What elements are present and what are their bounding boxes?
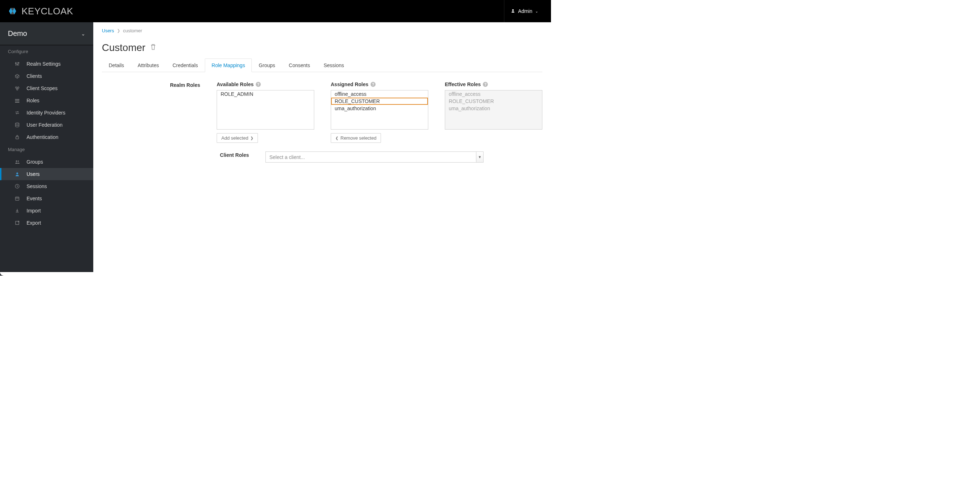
- sidebar-item-user-federation[interactable]: User Federation: [0, 119, 93, 131]
- tab-role-mappings[interactable]: Role Mappings: [205, 59, 252, 72]
- identity-providers-icon: [14, 110, 20, 115]
- tab-sessions[interactable]: Sessions: [317, 59, 351, 72]
- svg-point-4: [16, 63, 16, 64]
- add-selected-button[interactable]: Add selected❯: [217, 133, 258, 143]
- svg-point-16: [18, 161, 19, 161]
- sidebar-item-label: Events: [27, 196, 42, 201]
- realm-settings-icon: [14, 61, 20, 66]
- assigned-roles-listbox[interactable]: offline_accessROLE_CUSTOMERuma_authoriza…: [331, 90, 428, 129]
- sidebar-item-authentication[interactable]: Authentication: [0, 131, 93, 143]
- chevron-left-icon: ❮: [336, 136, 338, 140]
- caret-down-icon: ▼: [476, 152, 483, 162]
- sidebar-item-label: Import: [27, 208, 41, 214]
- effective-roles-column: Effective Roles? offline_accessROLE_CUST…: [445, 81, 542, 143]
- breadcrumb-root[interactable]: Users: [102, 28, 114, 33]
- roles-icon: [14, 98, 20, 103]
- chevron-down-icon: ⌄: [535, 10, 538, 13]
- role-option[interactable]: uma_authorization: [331, 105, 428, 112]
- role-option: uma_authorization: [445, 105, 542, 112]
- client-scopes-icon: [14, 86, 20, 91]
- sidebar-item-label: Authentication: [27, 134, 59, 140]
- realm-name: Demo: [8, 29, 27, 38]
- available-roles-column: Available Roles? ROLE_ADMIN Add selected…: [217, 81, 314, 143]
- sidebar: Demo ⌄ ConfigureRealm SettingsClientsCli…: [0, 22, 93, 276]
- sidebar-item-label: Sessions: [27, 183, 47, 189]
- tab-groups[interactable]: Groups: [252, 59, 282, 72]
- help-icon[interactable]: ?: [483, 82, 488, 87]
- remove-selected-button[interactable]: ❮Remove selected: [331, 133, 381, 143]
- tab-credentials[interactable]: Credentials: [166, 59, 205, 72]
- sidebar-item-sessions[interactable]: Sessions: [0, 180, 93, 192]
- realm-selector[interactable]: Demo ⌄: [0, 22, 93, 45]
- role-option: offline_access: [445, 91, 542, 97]
- svg-rect-12: [15, 102, 19, 103]
- sidebar-item-events[interactable]: Events: [0, 192, 93, 205]
- available-roles-listbox[interactable]: ROLE_ADMIN: [217, 90, 314, 129]
- sidebar-item-export[interactable]: Export: [0, 217, 93, 229]
- sidebar-item-label: User Federation: [27, 122, 62, 128]
- sidebar-item-roles[interactable]: Roles: [0, 94, 93, 107]
- sidebar-item-groups[interactable]: Groups: [0, 156, 93, 168]
- breadcrumb-current: customer: [123, 28, 142, 33]
- svg-point-7: [16, 87, 17, 88]
- nav-section-title: Configure: [0, 45, 93, 58]
- brand-text: KEYCLOAK: [22, 6, 73, 17]
- sidebar-item-import[interactable]: Import: [0, 205, 93, 217]
- user-menu[interactable]: Admin ⌄: [504, 0, 544, 22]
- sidebar-item-label: Roles: [27, 97, 40, 104]
- tab-attributes[interactable]: Attributes: [131, 59, 166, 72]
- delete-button[interactable]: [150, 44, 156, 52]
- svg-point-13: [16, 123, 19, 124]
- svg-point-5: [17, 64, 18, 65]
- user-icon: [511, 8, 515, 14]
- help-icon[interactable]: ?: [371, 82, 375, 87]
- svg-point-15: [16, 161, 17, 162]
- chevron-right-icon: ❯: [250, 136, 253, 140]
- sidebar-item-label: Client Scopes: [27, 85, 57, 91]
- help-icon[interactable]: ?: [256, 82, 261, 87]
- groups-icon: [14, 159, 20, 164]
- sidebar-item-label: Export: [27, 220, 41, 226]
- import-icon: [14, 208, 20, 213]
- tab-consents[interactable]: Consents: [282, 59, 317, 72]
- svg-point-3: [512, 10, 514, 11]
- nav-section-title: Manage: [0, 143, 93, 156]
- svg-rect-11: [15, 100, 19, 101]
- sidebar-item-label: Users: [27, 171, 40, 177]
- breadcrumb: Users ❯ customer: [102, 28, 542, 33]
- assigned-roles-column: Assigned Roles? offline_accessROLE_CUSTO…: [331, 81, 428, 143]
- client-roles-label: Client Roles: [102, 151, 266, 158]
- svg-point-6: [18, 62, 19, 64]
- sessions-icon: [14, 184, 20, 189]
- keycloak-logo-icon: [6, 5, 19, 17]
- assigned-roles-label: Assigned Roles: [331, 81, 368, 87]
- svg-rect-19: [16, 197, 19, 200]
- client-select-placeholder: Select a client...: [266, 153, 476, 162]
- svg-point-8: [18, 87, 19, 88]
- tabs: DetailsAttributesCredentialsRole Mapping…: [102, 59, 542, 72]
- sidebar-item-client-scopes[interactable]: Client Scopes: [0, 82, 93, 94]
- user-federation-icon: [14, 123, 20, 128]
- sidebar-item-identity-providers[interactable]: Identity Providers: [0, 107, 93, 119]
- role-option[interactable]: ROLE_CUSTOMER: [331, 97, 428, 105]
- role-option[interactable]: ROLE_ADMIN: [217, 91, 314, 97]
- sidebar-item-realm-settings[interactable]: Realm Settings: [0, 58, 93, 70]
- sidebar-item-clients[interactable]: Clients: [0, 70, 93, 82]
- realm-roles-label: Realm Roles: [102, 81, 217, 88]
- events-icon: [14, 196, 20, 201]
- sidebar-item-users[interactable]: Users: [0, 168, 93, 180]
- tab-details[interactable]: Details: [102, 59, 131, 72]
- client-select[interactable]: Select a client... ▼: [266, 151, 484, 163]
- authentication-icon: [14, 135, 20, 140]
- chevron-right-icon: ❯: [117, 28, 120, 33]
- role-option: ROLE_CUSTOMER: [445, 97, 542, 105]
- role-option[interactable]: offline_access: [331, 91, 428, 97]
- user-label: Admin: [518, 8, 532, 14]
- svg-rect-10: [15, 99, 19, 100]
- header: KEYCLOAK Admin ⌄: [0, 0, 551, 22]
- users-icon: [14, 172, 20, 177]
- available-roles-label: Available Roles: [217, 81, 254, 87]
- brand[interactable]: KEYCLOAK: [6, 5, 73, 17]
- chevron-down-icon: ⌄: [81, 31, 85, 37]
- sidebar-item-label: Groups: [27, 159, 43, 165]
